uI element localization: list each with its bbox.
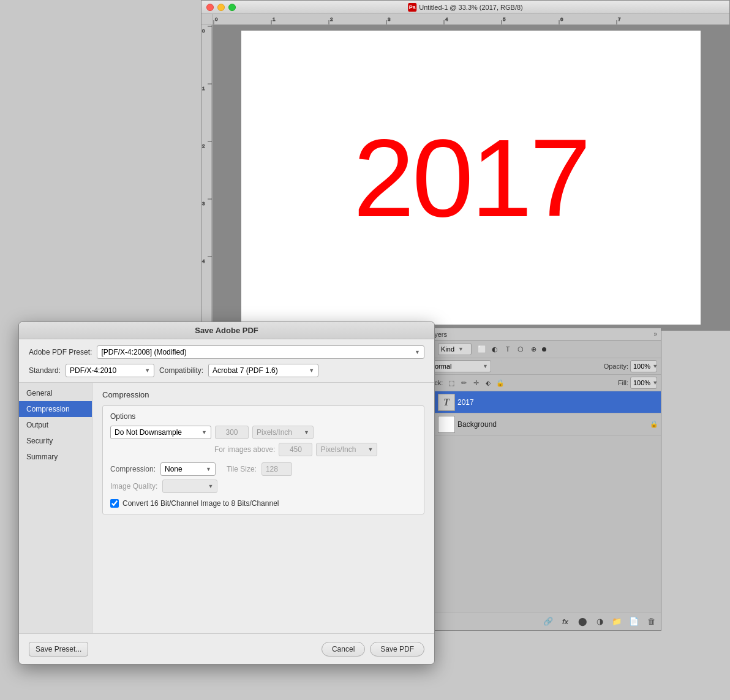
sidebar-item-compression[interactable]: Compression — [19, 401, 92, 417]
downsample-chevron: ▼ — [201, 429, 207, 435]
new-layer-icon[interactable]: 📄 — [628, 615, 640, 628]
dialog-standard-row: Standard: PDF/X-4:2010 ▼ Compatibility: … — [19, 363, 434, 382]
svg-text:3: 3 — [202, 201, 205, 206]
dialog-main: Compression Options Do Not Downsample ▼ … — [92, 383, 434, 633]
link-layers-icon[interactable]: 🔗 — [542, 615, 554, 628]
fill-group: Fill: 100% ▼ — [618, 377, 657, 389]
opacity-input[interactable]: 100% ▼ — [630, 360, 657, 372]
layer-row-background[interactable]: 👁 Background 🔒 — [423, 413, 661, 435]
preset-label: Adobe PDF Preset: — [29, 348, 92, 356]
dialog-preset-row: Adobe PDF Preset: [PDF/X-4:2008] (Modifi… — [19, 339, 434, 363]
convert-checkbox-label: Convert 16 Bit/Channel Image to 8 Bits/C… — [122, 499, 279, 508]
cancel-button[interactable]: Cancel — [322, 642, 365, 657]
tile-value: 128 — [266, 465, 278, 473]
compat-label: Compatibility: — [159, 366, 203, 375]
sidebar-item-summary[interactable]: Summary — [19, 449, 92, 465]
svg-text:2: 2 — [330, 17, 333, 22]
svg-text:0: 0 — [202, 28, 205, 34]
quality-dropdown[interactable]: ▼ — [162, 480, 217, 493]
for-images-input[interactable]: 450 — [279, 443, 312, 456]
svg-text:3: 3 — [388, 17, 391, 22]
sidebar-item-output[interactable]: Output — [19, 417, 92, 433]
dialog-body: General Compression Output Security Summ… — [19, 382, 434, 633]
save-preset-button[interactable]: Save Preset... — [29, 642, 88, 657]
blend-chevron: ▼ — [483, 363, 488, 369]
layers-footer: 🔗 fx ⬤ ◑ 📁 📄 🗑 — [423, 612, 661, 630]
tile-input[interactable]: 128 — [262, 462, 292, 476]
filter-smart-icon[interactable]: ⊕ — [528, 344, 539, 355]
layer-row-2017[interactable]: 👁 T 2017 — [423, 391, 661, 413]
canvas-document: 2017 — [241, 31, 701, 325]
close-button[interactable] — [206, 4, 214, 11]
ruler-corner — [201, 14, 213, 25]
ruler-left: 0 1 2 3 4 — [201, 25, 213, 330]
standard-dropdown[interactable]: PDF/X-4:2010 ▼ — [66, 364, 154, 377]
delete-layer-icon[interactable]: 🗑 — [645, 615, 657, 628]
compression-row: Compression: None ▼ Tile Size: 128 — [110, 462, 416, 476]
filter-shape-icon[interactable]: ⬡ — [515, 344, 526, 355]
dialog-footer: Save Preset... Cancel Save PDF — [19, 633, 434, 664]
preset-value: [PDF/X-4:2008] (Modified) — [101, 348, 186, 356]
new-fill-layer-icon[interactable]: ⬤ — [576, 615, 589, 628]
standard-value: PDF/X-4:2010 — [70, 366, 116, 375]
canvas-text-2017: 2017 — [353, 115, 589, 241]
options-box: Options Do Not Downsample ▼ 300 Pixels/I… — [102, 405, 424, 514]
sidebar-item-security[interactable]: Security — [19, 433, 92, 449]
layers-lock-bar: Lock: ⬚ ✏ ✛ ⬖ 🔒 Fill: 100% ▼ — [423, 375, 661, 391]
quality-label: Image Quality: — [110, 482, 157, 491]
for-images-label: For images above: — [214, 445, 275, 454]
sidebar-item-general[interactable]: General — [19, 385, 92, 401]
fill-input[interactable]: 100% ▼ — [630, 377, 657, 389]
pdf-dialog: Save Adobe PDF Adobe PDF Preset: [PDF/X-… — [18, 322, 435, 664]
fill-value-text: 100% — [633, 379, 650, 386]
svg-text:7: 7 — [618, 17, 621, 22]
ppi-unit-chevron: ▼ — [304, 429, 309, 435]
ps-icon: Ps — [408, 3, 416, 12]
filter-adjustment-icon[interactable]: ◐ — [489, 344, 500, 355]
ppi-unit-dropdown[interactable]: Pixels/Inch ▼ — [252, 426, 314, 439]
lock-pixels-icon[interactable]: ⬚ — [446, 378, 456, 388]
ppi-input[interactable]: 300 — [215, 426, 249, 439]
svg-text:5: 5 — [503, 17, 506, 22]
lock-icons: ⬚ ✏ ✛ ⬖ 🔒 — [446, 378, 505, 388]
lock-all-icon[interactable]: 🔒 — [495, 378, 505, 388]
lock-brush-icon[interactable]: ✏ — [459, 378, 468, 388]
layer-effects-icon[interactable]: fx — [559, 615, 571, 628]
ppi-unit-value: Pixels/Inch — [257, 428, 292, 437]
fill-chevron: ▼ — [652, 380, 658, 386]
new-group-icon[interactable]: 📁 — [611, 615, 623, 628]
downsample-row: Do Not Downsample ▼ 300 Pixels/Inch ▼ — [110, 426, 416, 439]
compression-dropdown[interactable]: None ▼ — [160, 462, 216, 476]
filter-text-icon[interactable]: T — [502, 344, 513, 355]
fill-label: Fill: — [618, 379, 628, 386]
opacity-label: Opacity: — [604, 363, 628, 370]
standard-label: Standard: — [29, 366, 61, 375]
new-layer-mask-icon[interactable]: ◑ — [593, 615, 606, 628]
blend-mode-dropdown[interactable]: Normal ▼ — [427, 360, 491, 372]
preset-dropdown[interactable]: [PDF/X-4:2008] (Modified) ▼ — [97, 345, 424, 359]
downsample-dropdown[interactable]: Do Not Downsample ▼ — [110, 426, 211, 439]
convert-checkbox[interactable] — [110, 499, 119, 508]
layer-name-background: Background — [457, 420, 647, 429]
svg-text:1: 1 — [273, 17, 276, 22]
compression-label: Compression: — [110, 465, 156, 473]
svg-text:2: 2 — [202, 143, 205, 149]
filter-active-indicator — [542, 347, 546, 352]
ppi-value: 300 — [225, 428, 238, 437]
minimize-button[interactable] — [217, 4, 225, 11]
compat-value: Acrobat 7 (PDF 1.6) — [213, 366, 278, 375]
downsample-value: Do Not Downsample — [115, 428, 182, 437]
for-images-unit-dropdown[interactable]: Pixels/Inch ▼ — [316, 443, 377, 456]
save-pdf-button[interactable]: Save PDF — [370, 642, 424, 657]
compat-dropdown[interactable]: Acrobat 7 (PDF 1.6) ▼ — [208, 364, 318, 377]
tile-label: Tile Size: — [227, 465, 257, 473]
layers-filter-bar: 🔍 Kind ▼ ⬜ ◐ T ⬡ ⊕ — [423, 341, 661, 358]
lock-artboard-icon[interactable]: ⬖ — [483, 378, 493, 388]
layers-filter-dropdown[interactable]: Kind ▼ — [438, 343, 472, 355]
ps-window-title: Untitled-1 @ 33.3% (2017, RGB/8) — [419, 4, 523, 11]
svg-text:4: 4 — [445, 17, 448, 22]
maximize-button[interactable] — [228, 4, 236, 11]
filter-pixel-icon[interactable]: ⬜ — [476, 344, 487, 355]
lock-move-icon[interactable]: ✛ — [471, 378, 481, 388]
layers-collapse-btn[interactable]: » — [653, 331, 657, 337]
